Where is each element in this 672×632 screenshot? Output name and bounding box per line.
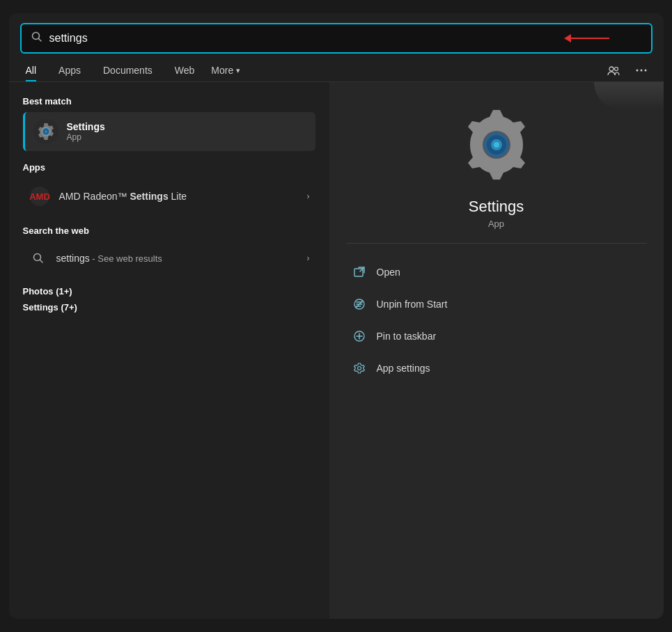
action-app-settings-label: App settings — [377, 363, 430, 374]
chevron-right-icon: › — [307, 191, 310, 201]
amd-app-label: AMD Radeon™ Settings Lite — [59, 191, 299, 202]
svg-point-19 — [494, 142, 499, 148]
chevron-down-icon: ▾ — [236, 66, 240, 75]
more-options-button[interactable] — [630, 59, 653, 81]
web-search-icon — [29, 248, 48, 268]
right-panel-app-type: App — [488, 219, 504, 229]
best-match-name: Settings — [67, 121, 307, 132]
svg-point-6 — [644, 70, 646, 72]
search-bar: settings — [20, 23, 653, 54]
nav-tabs: All Apps Documents Web More ▾ — [9, 54, 664, 81]
settings-big-icon — [455, 103, 538, 187]
right-top-decoration — [594, 82, 664, 110]
right-panel-app-name: Settings — [469, 198, 524, 216]
tab-documents[interactable]: Documents — [92, 59, 164, 81]
apps-section-title: Apps — [23, 162, 315, 173]
action-unpin-start-label: Unpin from Start — [377, 299, 448, 310]
web-section-title: Search the web — [23, 226, 315, 236]
right-panel: Settings App Open — [329, 82, 664, 619]
svg-point-3 — [614, 68, 618, 71]
svg-text:AMD: AMD — [29, 191, 50, 202]
amd-app-item[interactable]: AMD AMD Radeon™ Settings Lite › — [23, 178, 315, 214]
web-item-label: settings - See web results — [56, 253, 299, 264]
web-section: Search the web settings - See web result… — [23, 226, 315, 275]
people-icon-button[interactable] — [602, 59, 625, 81]
svg-point-4 — [636, 70, 638, 72]
app-settings-icon — [352, 361, 367, 376]
amd-icon: AMD — [29, 185, 51, 207]
unpin-start-icon — [352, 297, 367, 312]
left-panel: Best match Settings App — [9, 82, 329, 619]
svg-point-30 — [357, 367, 361, 370]
settings-category[interactable]: Settings (7+) — [23, 302, 315, 313]
svg-line-1 — [38, 39, 41, 42]
search-panel: settings All Apps Documents Web More ▾ — [9, 13, 664, 619]
apps-section: Apps AMD AMD Radeon™ Settings Lite › — [23, 162, 315, 214]
action-unpin-start[interactable]: Unpin from Start — [346, 290, 647, 319]
svg-line-21 — [360, 267, 364, 271]
best-match-info: Settings App — [67, 121, 307, 142]
action-pin-taskbar[interactable]: Pin to taskbar — [346, 322, 647, 351]
search-input[interactable]: settings — [49, 32, 641, 45]
photos-category[interactable]: Photos (1+) — [23, 286, 315, 297]
nav-right-icons — [602, 59, 653, 81]
action-app-settings[interactable]: App settings — [346, 354, 647, 383]
chevron-right-web-icon: › — [307, 253, 310, 263]
right-panel-divider — [346, 243, 647, 244]
action-pin-taskbar-label: Pin to taskbar — [377, 331, 437, 342]
main-content: Best match Settings App — [9, 82, 664, 619]
best-match-item[interactable]: Settings App — [23, 112, 315, 151]
action-open-label: Open — [377, 267, 400, 278]
svg-point-10 — [45, 131, 47, 133]
search-icon — [31, 31, 42, 45]
pin-taskbar-icon — [352, 329, 367, 344]
action-open[interactable]: Open — [346, 258, 647, 287]
open-icon — [352, 264, 367, 280]
annotation-arrow — [564, 34, 609, 42]
best-match-sub: App — [67, 132, 307, 142]
tab-apps[interactable]: Apps — [47, 59, 92, 81]
svg-line-14 — [40, 260, 42, 263]
search-bar-container: settings — [9, 13, 664, 54]
svg-point-5 — [640, 70, 642, 72]
tab-all[interactable]: All — [20, 59, 48, 81]
action-list: Open Unpin from Start — [346, 258, 647, 383]
web-search-item[interactable]: settings - See web results › — [23, 242, 315, 275]
tab-more[interactable]: More ▾ — [205, 59, 246, 81]
tab-web[interactable]: Web — [164, 59, 206, 81]
best-match-title: Best match — [23, 96, 315, 106]
svg-point-2 — [609, 67, 614, 71]
settings-icon-small — [33, 119, 58, 144]
